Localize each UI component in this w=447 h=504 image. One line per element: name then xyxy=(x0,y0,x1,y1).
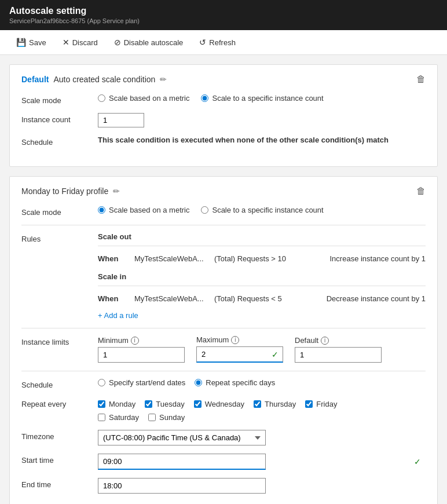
discard-button[interactable]: ✕ Discard xyxy=(56,35,105,50)
rule-resource-in: MyTestScaleWebA... xyxy=(134,294,210,303)
timezone-row: Timezone (UTC-08:00) Pacific Time (US & … xyxy=(21,430,426,445)
start-time-input[interactable] xyxy=(98,454,266,470)
end-time-row: End time xyxy=(21,478,426,494)
sunday-checkbox[interactable] xyxy=(148,414,156,421)
profile-scale-mode-options: Scale based on a metric Scale to a speci… xyxy=(98,206,426,214)
maximum-input[interactable] xyxy=(196,346,283,363)
scale-in-rule: When MyTestScaleWebA... (Total) Requests… xyxy=(98,291,426,306)
profile-delete-icon[interactable]: 🗑 xyxy=(416,186,426,196)
discard-icon: ✕ xyxy=(63,38,69,47)
maximum-check-icon: ✓ xyxy=(272,350,279,359)
schedule-options: Specify start/end dates Repeat specific … xyxy=(98,378,426,387)
end-time-input[interactable] xyxy=(98,478,266,494)
rules-row: Rules Scale out When MyTestScaleWebA... … xyxy=(21,232,426,320)
profile-scale-metric-option[interactable]: Scale based on a metric xyxy=(98,206,189,214)
refresh-button[interactable]: ↺ Refresh xyxy=(192,35,243,50)
day-thursday[interactable]: Thursday xyxy=(254,400,296,408)
specify-dates-option[interactable]: Specify start/end dates xyxy=(98,378,185,387)
profile-scale-card: Monday to Friday profile ✏ 🗑 Scale mode … xyxy=(9,176,438,504)
repeat-every-row: Repeat every Monday Tuesday Wednesday xyxy=(21,397,426,422)
day-tuesday[interactable]: Tuesday xyxy=(145,400,184,408)
rule-when-out: When xyxy=(98,254,130,263)
days-row-1: Monday Tuesday Wednesday Thursday xyxy=(98,400,426,408)
schedule-text: This scale condition is executed when no… xyxy=(98,136,389,144)
profile-edit-icon[interactable]: ✏ xyxy=(113,187,120,196)
scale-mode-options: Scale based on a metric Scale to a speci… xyxy=(98,94,426,103)
minimum-label: Minimum xyxy=(98,336,129,345)
profile-scale-mode-label: Scale mode xyxy=(21,206,91,217)
start-time-check-icon: ✓ xyxy=(414,457,421,466)
tuesday-checkbox[interactable] xyxy=(145,400,152,408)
profile-card-header: Monday to Friday profile ✏ 🗑 xyxy=(21,186,426,196)
profile-scale-mode-row: Scale mode Scale based on a metric Scale… xyxy=(21,206,426,217)
maximum-info-icon[interactable]: i xyxy=(231,336,239,344)
day-monday[interactable]: Monday xyxy=(98,400,135,408)
profile-scale-metric-radio[interactable] xyxy=(98,206,105,214)
main-content: Default Auto created scale condition ✏ 🗑… xyxy=(0,55,447,504)
scale-out-rule: When MyTestScaleWebA... (Total) Requests… xyxy=(98,251,426,266)
disable-icon: ⊘ xyxy=(114,38,121,47)
instance-limits-row: Instance limits Minimum i Max xyxy=(21,335,426,363)
default-card-header: Default Auto created scale condition ✏ 🗑 xyxy=(21,74,426,85)
saturday-checkbox[interactable] xyxy=(98,414,105,421)
end-time-label: End time xyxy=(21,478,91,489)
toolbar: 💾 Save ✕ Discard ⊘ Disable autoscale ↺ R… xyxy=(0,30,447,55)
thursday-checkbox[interactable] xyxy=(254,400,261,408)
add-rule-link[interactable]: + Add a rule xyxy=(98,311,138,320)
scale-metric-option[interactable]: Scale based on a metric xyxy=(98,94,189,103)
scale-out-title: Scale out xyxy=(98,232,426,241)
start-time-label: Start time xyxy=(21,454,91,465)
save-button[interactable]: 💾 Save xyxy=(9,35,53,50)
day-friday[interactable]: Friday xyxy=(305,400,337,408)
specify-dates-radio[interactable] xyxy=(98,379,105,386)
refresh-icon: ↺ xyxy=(199,38,206,47)
rule-action-out: Increase instance count by 1 xyxy=(321,254,426,263)
scale-mode-row: Scale mode Scale based on a metric Scale… xyxy=(21,94,426,105)
page-title: Autoscale setting xyxy=(9,6,438,16)
maximum-field: Maximum i ✓ xyxy=(196,335,283,363)
profile-card-title: Monday to Friday profile xyxy=(21,187,108,196)
rule-condition-out: (Total) Requests > 10 xyxy=(214,254,317,263)
monday-checkbox[interactable] xyxy=(98,400,105,408)
default-limit-input[interactable] xyxy=(295,347,382,363)
instance-limits-label: Instance limits xyxy=(21,335,91,346)
profile-scale-count-option[interactable]: Scale to a specific instance count xyxy=(201,206,323,214)
day-sunday[interactable]: Sunday xyxy=(148,413,185,422)
repeat-days-option[interactable]: Repeat specific days xyxy=(195,378,275,387)
wednesday-checkbox[interactable] xyxy=(194,400,201,408)
friday-checkbox[interactable] xyxy=(305,400,313,408)
scale-count-option[interactable]: Scale to a specific instance count xyxy=(201,94,323,103)
start-time-row: Start time ✓ xyxy=(21,454,426,470)
instance-count-input[interactable] xyxy=(98,113,144,127)
repeat-every-label: Repeat every xyxy=(21,397,91,408)
rule-resource-out: MyTestScaleWebA... xyxy=(134,254,210,263)
rule-condition-in: (Total) Requests < 5 xyxy=(214,294,317,303)
minimum-info-icon[interactable]: i xyxy=(131,337,139,345)
disable-autoscale-button[interactable]: ⊘ Disable autoscale xyxy=(107,35,190,50)
default-edit-icon[interactable]: ✏ xyxy=(160,75,167,84)
timezone-label: Timezone xyxy=(21,430,91,441)
repeat-days-radio[interactable] xyxy=(195,379,202,386)
timezone-select[interactable]: (UTC-08:00) Pacific Time (US & Canada) xyxy=(98,430,266,445)
scale-metric-radio[interactable] xyxy=(98,94,105,102)
profile-scale-count-radio[interactable] xyxy=(201,206,208,214)
save-icon: 💾 xyxy=(16,38,26,47)
page-subtitle: ServicePlan2af96bcc-8675 (App Service pl… xyxy=(9,17,438,24)
rule-when-in: When xyxy=(98,294,130,303)
scale-mode-label: Scale mode xyxy=(21,94,91,105)
day-saturday[interactable]: Saturday xyxy=(98,413,139,422)
scale-count-radio[interactable] xyxy=(201,94,208,102)
title-bar: Autoscale setting ServicePlan2af96bcc-86… xyxy=(0,0,447,30)
schedule-profile-label: Schedule xyxy=(21,378,91,389)
schedule-profile-row: Schedule Specify start/end dates Repeat … xyxy=(21,378,426,389)
minimum-field: Minimum i xyxy=(98,336,185,363)
minimum-input[interactable] xyxy=(98,347,185,363)
schedule-label: Schedule xyxy=(21,136,91,147)
scale-in-title: Scale in xyxy=(98,272,426,281)
default-delete-icon[interactable]: 🗑 xyxy=(416,74,426,85)
default-label: Default xyxy=(21,75,49,84)
schedule-row: Schedule This scale condition is execute… xyxy=(21,136,426,147)
default-scale-card: Default Auto created scale condition ✏ 🗑… xyxy=(9,64,438,167)
day-wednesday[interactable]: Wednesday xyxy=(194,400,244,408)
default-limit-info-icon[interactable]: i xyxy=(321,337,329,345)
